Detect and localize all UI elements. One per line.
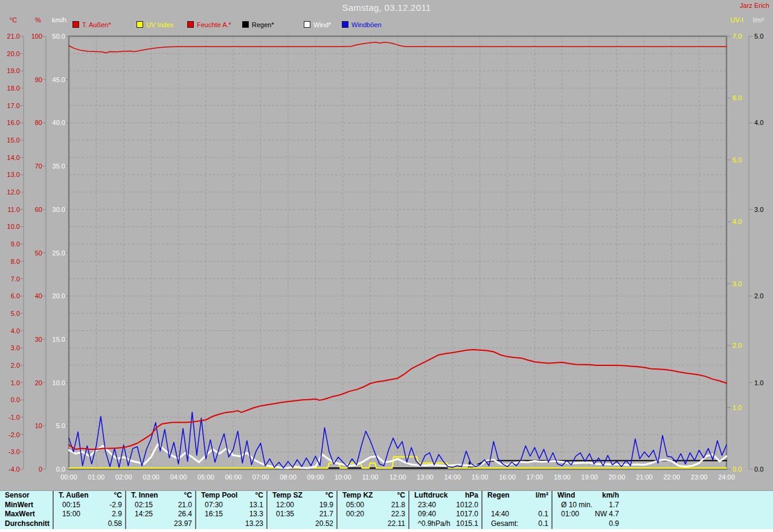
table-row: 05:0021.8 [338, 501, 409, 510]
axis-tick-label: -4.0 [8, 466, 20, 473]
axis-tick-label: 17.0 [7, 102, 20, 109]
weather-chart: -4.0-3.0-2.0-1.00.01.02.03.04.05.06.07.0… [0, 0, 773, 490]
table-row: Temp SZ°C [268, 491, 338, 501]
legend-label: T. Außen* [82, 21, 111, 28]
sensor-value: -2.9 [109, 501, 122, 510]
sensor-value: 0.1 [538, 519, 548, 529]
axis-tick-label: 90 [35, 76, 42, 83]
sensor-time: 09:40 [418, 510, 436, 519]
axis-tick-label: 4.0 [11, 327, 20, 335]
table-row: Gesamt:0.1 [483, 519, 553, 529]
legend-label: Wind* [313, 21, 331, 28]
x-axis-label: 18:00 [554, 473, 571, 481]
axis-tick-label: 2.0 [11, 362, 20, 369]
table-row: 07:3013.1 [196, 501, 268, 510]
table-row: T. Außen°C [54, 491, 126, 501]
table-column: T. Innen°C02:1521.014:2526.423.97 [125, 491, 196, 529]
table-row: 02:1521.0 [126, 501, 196, 510]
axis-tick-label: 40 [35, 292, 42, 300]
axis-tick-label: 9.0 [11, 240, 20, 248]
axis-tick-label: 15.0 [53, 336, 65, 343]
axis-title: UV-I [725, 16, 748, 24]
legend-swatch-icon [304, 21, 310, 28]
table-row [483, 501, 553, 510]
x-axis-label: 09:00 [307, 473, 324, 481]
sensor-value: 0.58 [108, 519, 122, 529]
x-axis-label: 11:00 [362, 473, 379, 481]
sensor-unit: hPa [465, 491, 478, 501]
sensor-value: 21.7 [319, 510, 333, 519]
sensor-time: 16:15 [205, 510, 223, 519]
axis-tick-label: 1.0 [733, 404, 742, 411]
axis-tick-label: -3.0 [8, 448, 20, 455]
table-row: MaxWert [0, 510, 53, 519]
x-axis-label: 04:00 [170, 473, 187, 481]
axis-tick-label: 0.0 [733, 466, 742, 473]
table-row: Sensor [0, 491, 53, 501]
sensor-name: Luftdruck [414, 491, 447, 501]
table-row: 09:401017.0 [409, 510, 483, 519]
credit-label: Jarz Erich [740, 2, 769, 9]
x-axis-label: 10:00 [335, 473, 351, 481]
axis-tick-label: 0 [39, 466, 42, 473]
table-row-label: MinWert [5, 501, 33, 510]
axis-tick-label: 35.0 [53, 162, 65, 170]
table-row: 16:1513.3 [196, 510, 268, 519]
axis-tick-label: 21.0 [7, 33, 20, 40]
x-axis-label: 23:00 [691, 473, 708, 481]
table-row-label: Durchschnitt [5, 519, 50, 529]
table-row: 01:00NW 4.7 [553, 510, 623, 519]
x-axis-label: 14:00 [444, 473, 461, 481]
x-axis-label: 08:00 [280, 473, 297, 481]
axis-tick-label: 1.0 [754, 379, 763, 386]
x-axis-label: 15:00 [472, 473, 489, 481]
table-row: 20.52 [268, 519, 338, 529]
table-row: 01:3521.7 [268, 510, 338, 519]
sensor-time: 00:15 [62, 501, 80, 510]
sensor-time: 23:40 [418, 501, 436, 510]
sensor-time: 14:25 [135, 510, 153, 519]
table-row: 15:002.9 [54, 510, 126, 519]
sensor-time: ^0.9hPa/h [418, 519, 451, 529]
axis-tick-label: 25.0 [53, 249, 65, 257]
axis-tick-label: 70 [35, 162, 42, 170]
legend-label: Windböen [351, 21, 382, 28]
sensor-time: 15:00 [62, 510, 80, 519]
sensor-name: Wind [557, 491, 575, 501]
legend-swatch-icon [342, 21, 348, 28]
sensor-name: Temp SZ [272, 491, 303, 501]
legend-item: Regen* [242, 19, 274, 27]
x-axis-label: 20:00 [609, 473, 626, 481]
table-row: 14:400.1 [483, 510, 553, 519]
axis-tick-label: 5.0 [733, 156, 742, 164]
sensor-time: Ø 10 min. [561, 501, 592, 510]
axis-tick-label: 5.0 [11, 310, 20, 317]
axis-tick-label: -2.0 [8, 431, 20, 438]
bottom-strip [0, 529, 773, 532]
x-axis-label: 03:00 [143, 473, 159, 481]
x-axis-label: 00:00 [60, 473, 77, 481]
sensor-time: Gesamt: [491, 519, 518, 529]
axis-tick-label: 3.0 [733, 280, 742, 287]
sensor-value: 2.9 [112, 510, 122, 519]
axis-tick-label: 19.0 [7, 67, 20, 74]
sensor-name: Temp Pool [201, 491, 237, 501]
axis-tick-label: 13.0 [7, 171, 20, 178]
table-row-label-column: SensorMinWertMaxWertDurchschnitt [0, 491, 53, 529]
table-row: 00:15-2.9 [54, 501, 126, 510]
table-row-label: MaxWert [5, 510, 35, 519]
sensor-value: 1012.0 [456, 501, 478, 510]
legend-swatch-icon [187, 21, 194, 28]
table-column: LuftdruckhPa23:401012.009:401017.0^0.9hP… [408, 491, 483, 529]
axis-title: l/m² [747, 16, 770, 24]
x-axis-label: 19:00 [581, 473, 598, 481]
axis-tick-label: 10.0 [53, 379, 65, 386]
table-row: 13.23 [196, 519, 268, 529]
sensor-value: NW 4.7 [595, 510, 619, 519]
axis-tick-label: 10 [35, 422, 42, 429]
axis-tick-label: -1.0 [8, 414, 20, 421]
x-axis-label: 22:00 [663, 473, 680, 481]
sensor-value: 0.9 [609, 519, 619, 529]
table-row: Temp KZ°C [338, 491, 409, 501]
axis-tick-label: 0.0 [754, 466, 763, 473]
